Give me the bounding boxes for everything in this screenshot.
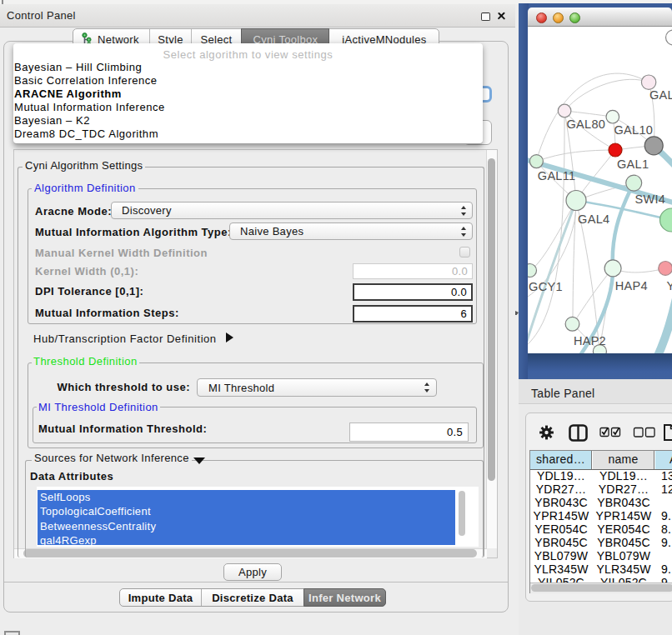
svg-text:SWI4: SWI4: [635, 192, 666, 206]
svg-text:GCY1: GCY1: [529, 280, 563, 293]
svg-text:HAP2: HAP2: [574, 334, 606, 348]
svg-text:GAL80: GAL80: [567, 118, 606, 131]
svg-text:GAL1: GAL1: [617, 158, 649, 171]
svg-text:Y: Y: [666, 279, 672, 292]
svg-text:GAL10: GAL10: [614, 123, 654, 137]
svg-text:GAL11: GAL11: [538, 169, 576, 182]
svg-text:GAL2: GAL2: [649, 88, 672, 102]
svg-text:GAL4: GAL4: [578, 212, 609, 226]
svg-text:HAP4: HAP4: [615, 279, 648, 292]
